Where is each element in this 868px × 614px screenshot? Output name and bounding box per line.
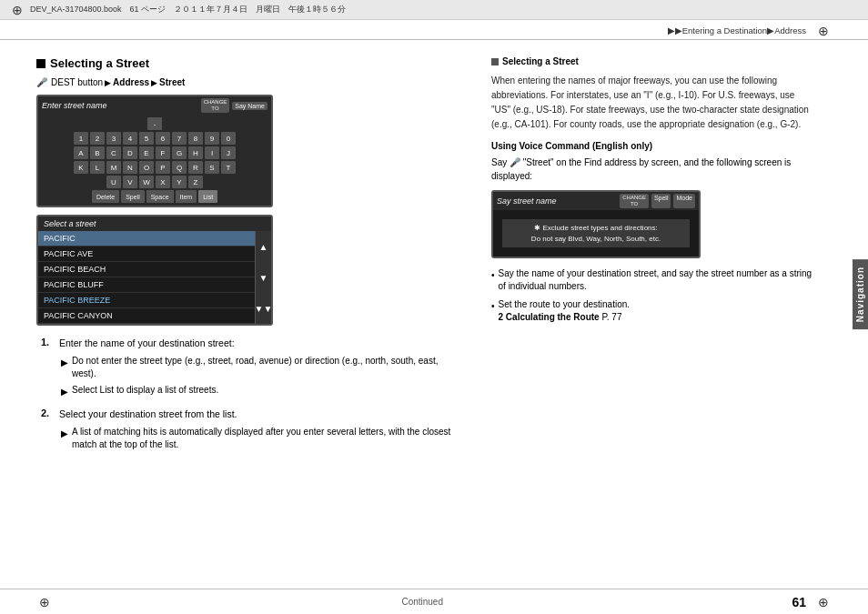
header-nav: ▶▶Entering a Destination▶Address ⊕ — [0, 20, 868, 40]
key-s[interactable]: S — [205, 161, 219, 174]
key-i[interactable]: I — [205, 146, 219, 159]
continued-text: Continued — [401, 597, 443, 607]
key-4[interactable]: 4 — [123, 132, 137, 145]
key-k[interactable]: K — [74, 161, 88, 174]
space-key[interactable]: Space — [146, 190, 174, 203]
bullet-2: • Set the route to your destination. 2 C… — [491, 298, 813, 324]
key-7[interactable]: 7 — [172, 132, 187, 145]
nav-trail: ▶▶Entering a Destination▶Address — [668, 25, 806, 35]
say-name-button[interactable]: Say Name — [232, 102, 267, 110]
street-item-2[interactable]: PACIFIC AVE — [38, 247, 271, 262]
bullet-points: • Say the name of your destination stree… — [491, 267, 813, 324]
page-number: 61 — [792, 595, 806, 609]
key-o[interactable]: O — [139, 161, 154, 174]
scroll-down-arrow[interactable]: ▼ — [259, 273, 268, 283]
sub-arrow-2: ▶ — [61, 385, 68, 398]
key-u[interactable]: U — [106, 176, 121, 188]
key-6[interactable]: 6 — [156, 132, 170, 145]
key-f[interactable]: F — [156, 146, 170, 159]
say-screen-btns: CHANGETO Spell Mode — [620, 194, 695, 208]
say-change-btn[interactable]: CHANGETO — [620, 194, 649, 208]
key-j[interactable]: J — [221, 146, 236, 159]
sub-arrow-3: ▶ — [61, 427, 68, 451]
bullet-1-text: Say the name of your destination street,… — [499, 267, 813, 293]
key-9[interactable]: 9 — [205, 132, 219, 145]
step-1: 1. Enter the name of your destination st… — [41, 337, 464, 398]
scroll-up-arrow[interactable]: ▲ — [259, 242, 268, 252]
key-m[interactable]: M — [106, 161, 121, 174]
key-dash[interactable]: - — [147, 117, 162, 130]
key-e[interactable]: E — [139, 146, 154, 159]
item-key[interactable]: Item — [176, 190, 197, 203]
step-2: 2. Select your destination street from t… — [41, 408, 464, 451]
corner-mark-tr: ⊕ — [815, 23, 832, 39]
key-8[interactable]: 8 — [188, 132, 203, 145]
breadcrumb-dest: DEST button — [51, 77, 103, 87]
key-p[interactable]: P — [156, 161, 170, 174]
street-item-5[interactable]: PACIFIC BREEZE — [38, 293, 271, 308]
key-q[interactable]: Q — [172, 161, 187, 174]
breadcrumb-address: Address — [113, 77, 149, 87]
key-z[interactable]: Z — [188, 176, 203, 188]
sub-arrow-1: ▶ — [61, 356, 68, 380]
street-item-6[interactable]: PACIFIC CANYON — [38, 308, 271, 324]
left-column: Selecting a Street 🎤 DEST button ▶ Addre… — [0, 40, 482, 589]
key-y[interactable]: Y — [172, 176, 187, 188]
delete-key[interactable]: Delete — [92, 190, 119, 203]
key-a[interactable]: A — [74, 146, 88, 159]
corner-mark-bl: ⊕ — [36, 594, 53, 610]
street-list-header: Select a street — [38, 216, 271, 231]
key-v[interactable]: V — [123, 176, 137, 188]
keyboard-row-numbers: 1 2 3 4 5 6 7 8 9 0 — [42, 132, 267, 145]
step-1-sub-2-text: Select List to display a list of streets… — [72, 384, 218, 398]
key-t[interactable]: T — [221, 161, 236, 174]
keyboard-row-uz: U V W X Y Z — [42, 176, 267, 188]
key-c[interactable]: C — [106, 146, 121, 159]
nav-tab: Navigation — [853, 259, 868, 329]
step-2-content: Select your destination street from the … — [59, 408, 464, 451]
bullet-2-text: Set the route to your destination. 2 Cal… — [499, 298, 631, 324]
bullet-dot-1: • — [491, 269, 495, 293]
key-n[interactable]: N — [123, 161, 137, 174]
right-heading-marker — [491, 58, 499, 65]
key-b[interactable]: B — [90, 146, 105, 159]
keyboard-row-dash: - — [42, 117, 267, 130]
bullet-dot-2: • — [491, 300, 495, 324]
meta-text: DEV_KA-31704800.book 61 ページ ２０１１年７月４日 月曜… — [30, 4, 346, 15]
keyboard-row-kt: K L M N O P Q R S T — [42, 161, 267, 174]
key-2[interactable]: 2 — [90, 132, 105, 145]
street-list: Select a street PACIFIC PACIFIC AVE PACI… — [36, 215, 273, 326]
say-mode-btn[interactable]: Mode — [673, 194, 695, 208]
key-r[interactable]: R — [188, 161, 203, 174]
key-x[interactable]: X — [156, 176, 170, 188]
step-2-num: 2. — [41, 408, 55, 451]
key-3[interactable]: 3 — [106, 132, 121, 145]
key-1[interactable]: 1 — [74, 132, 88, 145]
key-h[interactable]: H — [188, 146, 203, 159]
main-content: Selecting a Street 🎤 DEST button ▶ Addre… — [0, 40, 868, 589]
calculating-route-link: 2 Calculating the Route — [499, 312, 602, 322]
right-heading-text: Selecting a Street — [502, 56, 579, 66]
corner-mark-tl: ⊕ — [9, 2, 25, 18]
right-main-text: When entering the names of major freeway… — [491, 74, 813, 132]
key-0[interactable]: 0 — [221, 132, 236, 145]
list-key[interactable]: List — [198, 190, 217, 203]
change-button[interactable]: CHANGETO — [201, 98, 230, 113]
step-1-sub-2: ▶ Select List to display a list of stree… — [61, 384, 464, 398]
say-spell-btn[interactable]: Spell — [651, 194, 671, 208]
key-d[interactable]: D — [123, 146, 137, 159]
key-g[interactable]: G — [172, 146, 187, 159]
scroll-bottom-arrow[interactable]: ▼▼ — [255, 304, 273, 314]
say-screen-notice: ✱ Exclude street types and directions:Do… — [502, 219, 690, 247]
step-1-text: Enter the name of your destination stree… — [59, 337, 235, 348]
street-item-3[interactable]: PACIFIC BEACH — [38, 262, 271, 277]
key-5[interactable]: 5 — [139, 132, 154, 145]
spell-key[interactable]: Spell — [121, 190, 145, 203]
mic-icon: 🎤 — [36, 77, 47, 87]
key-l[interactable]: L — [90, 161, 105, 174]
street-item-4[interactable]: PACIFIC BLUFF — [38, 277, 271, 293]
key-w[interactable]: W — [139, 176, 154, 188]
top-bar: ⊕ DEV_KA-31704800.book 61 ページ ２０１１年７月４日 … — [0, 0, 868, 20]
street-item-1[interactable]: PACIFIC — [38, 231, 271, 247]
breadcrumb-arrow2: ▶ — [151, 78, 157, 87]
